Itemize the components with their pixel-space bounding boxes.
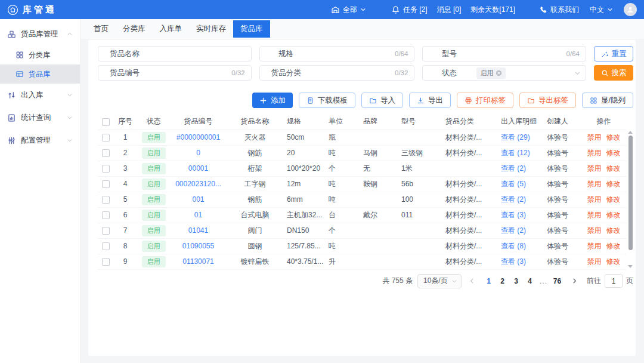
edit-link[interactable]: 修改 bbox=[606, 242, 621, 250]
reset-button[interactable]: 重置 bbox=[594, 46, 633, 61]
row-checkbox[interactable] bbox=[102, 258, 110, 266]
spec-input[interactable]: 规格 0/64 bbox=[259, 46, 415, 61]
edit-link[interactable]: 修改 bbox=[606, 149, 621, 157]
import-button[interactable]: 导入 bbox=[361, 93, 403, 108]
model-input[interactable]: 型号 0/64 bbox=[422, 46, 586, 61]
prev-page-button[interactable] bbox=[466, 278, 477, 284]
goods-code-link[interactable]: 0 bbox=[196, 149, 200, 157]
goods-category-input[interactable]: 货品分类 0/32 bbox=[259, 65, 415, 81]
scroll-up-arrow-icon[interactable] bbox=[628, 131, 633, 134]
goods-code-link[interactable]: #0000000001 bbox=[177, 133, 220, 141]
download-template-button[interactable]: 下载模板 bbox=[299, 93, 355, 108]
goods-code-link[interactable]: 01130071 bbox=[182, 257, 214, 266]
goods-code-link[interactable]: 00001 bbox=[188, 164, 208, 173]
add-button[interactable]: 添加 bbox=[252, 93, 293, 108]
close-circle-icon[interactable] bbox=[496, 70, 502, 76]
row-checkbox[interactable] bbox=[102, 149, 110, 157]
edit-link[interactable]: 修改 bbox=[606, 180, 621, 188]
view-detail-link[interactable]: 查看 (29) bbox=[501, 133, 530, 141]
sidebar-item-goods-library[interactable]: 货品库 bbox=[0, 64, 80, 84]
export-label-button[interactable]: 导出标签 bbox=[519, 93, 576, 108]
view-detail-link[interactable]: 查看 (3) bbox=[501, 211, 526, 219]
row-checkbox[interactable] bbox=[102, 227, 110, 235]
edit-link[interactable]: 修改 bbox=[606, 195, 621, 204]
edit-link[interactable]: 修改 bbox=[606, 133, 621, 141]
goods-code-link[interactable]: 001 bbox=[192, 195, 204, 204]
sidebar-item-in-out-warehouse[interactable]: 出入库 bbox=[0, 84, 80, 106]
select-all-checkbox[interactable] bbox=[102, 118, 110, 126]
messages-link[interactable]: 消息 [0] bbox=[437, 5, 462, 15]
tab-category-library[interactable]: 分类库 bbox=[116, 21, 153, 37]
disable-link[interactable]: 禁用 bbox=[587, 195, 602, 204]
contact-us-link[interactable]: 联系我们 bbox=[539, 5, 579, 15]
page-number[interactable]: 2 bbox=[496, 277, 509, 285]
view-detail-link[interactable]: 查看 (12) bbox=[501, 149, 530, 157]
bell-icon bbox=[391, 5, 400, 14]
tab-home[interactable]: 首页 bbox=[86, 21, 116, 37]
tab-goods-library[interactable]: 货品库 bbox=[233, 20, 270, 38]
field-label: 规格 bbox=[260, 49, 312, 59]
view-detail-link[interactable]: 查看 (8) bbox=[501, 242, 526, 250]
disable-link[interactable]: 禁用 bbox=[587, 242, 602, 250]
print-label-button[interactable]: 打印标签 bbox=[457, 93, 513, 108]
table-row: 2 启用 0 钢筋 20 吨 马钢 三级钢 材料分类/... 查看 (12) 体… bbox=[98, 145, 626, 161]
disable-link[interactable]: 禁用 bbox=[587, 257, 602, 266]
goods-code-link[interactable]: 01041 bbox=[188, 226, 208, 235]
tasks-link[interactable]: 任务 [2] bbox=[391, 5, 428, 15]
page-number[interactable]: 3 bbox=[509, 277, 523, 285]
view-detail-link[interactable]: 查看 (2) bbox=[501, 226, 526, 235]
row-checkbox[interactable] bbox=[102, 165, 110, 173]
sidebar-item-goods-management[interactable]: 货品库管理 bbox=[0, 23, 80, 45]
goto-page-input[interactable] bbox=[605, 274, 623, 288]
row-checkbox[interactable] bbox=[102, 196, 110, 204]
search-button[interactable]: 搜索 bbox=[594, 65, 633, 81]
view-detail-link[interactable]: 查看 (5) bbox=[501, 180, 526, 188]
col-category: 货品分类 bbox=[442, 114, 497, 130]
goods-code-link[interactable]: 0002023120... bbox=[175, 180, 221, 188]
status-select[interactable]: 状态 启用 bbox=[422, 65, 586, 81]
page-number[interactable]: ... bbox=[537, 277, 550, 285]
sidebar-item-category-library[interactable]: 分类库 bbox=[0, 45, 80, 64]
page-size-select[interactable]: 10条/页 bbox=[417, 274, 462, 288]
next-page-button[interactable] bbox=[569, 278, 580, 284]
edit-link[interactable]: 修改 bbox=[606, 226, 621, 235]
sidebar-item-statistics-query[interactable]: 统计查询 bbox=[0, 106, 80, 129]
show-hide-columns-button[interactable]: 显/隐列 bbox=[582, 93, 633, 108]
row-checkbox[interactable] bbox=[102, 211, 110, 219]
scrollbar-thumb[interactable] bbox=[628, 136, 633, 250]
scroll-down-arrow-icon[interactable] bbox=[628, 265, 633, 268]
disable-link[interactable]: 禁用 bbox=[587, 133, 602, 141]
goods-code-link[interactable]: 01 bbox=[194, 211, 202, 219]
goods-name-input[interactable]: 货品名称 bbox=[98, 46, 252, 61]
language-dropdown[interactable]: 中文 bbox=[590, 5, 613, 15]
row-checkbox[interactable] bbox=[102, 134, 110, 141]
tab-realtime-stock[interactable]: 实时库存 bbox=[189, 21, 233, 37]
goods-code-link[interactable]: 01090055 bbox=[182, 242, 214, 250]
edit-link[interactable]: 修改 bbox=[606, 211, 621, 219]
cell-model: 011 bbox=[398, 207, 442, 223]
goods-code-input[interactable]: 货品编号 0/32 bbox=[98, 65, 252, 81]
table-scrollbar[interactable] bbox=[627, 131, 633, 268]
disable-link[interactable]: 禁用 bbox=[587, 226, 602, 235]
row-checkbox[interactable] bbox=[102, 180, 110, 188]
user-avatar[interactable] bbox=[624, 3, 637, 16]
page-number[interactable]: 4 bbox=[523, 277, 537, 285]
edit-link[interactable]: 修改 bbox=[606, 164, 621, 173]
sidebar-item-config-management[interactable]: 配置管理 bbox=[0, 129, 80, 152]
tab-inbound-order[interactable]: 入库单 bbox=[153, 21, 190, 37]
page-number[interactable]: 76 bbox=[550, 277, 564, 285]
page-number[interactable]: 1 bbox=[482, 277, 496, 285]
view-detail-link[interactable]: 查看 (2) bbox=[501, 164, 526, 173]
view-detail-link[interactable]: 查看 (2) bbox=[501, 195, 526, 204]
warehouse-scope-dropdown[interactable]: 全部 bbox=[331, 5, 366, 15]
disable-link[interactable]: 禁用 bbox=[587, 211, 602, 219]
row-checkbox[interactable] bbox=[102, 242, 110, 250]
export-button[interactable]: 导出 bbox=[409, 93, 451, 108]
disable-link[interactable]: 禁用 bbox=[587, 164, 602, 173]
disable-link[interactable]: 禁用 bbox=[587, 180, 602, 188]
view-detail-link[interactable]: 查看 (3) bbox=[501, 257, 526, 266]
disable-link[interactable]: 禁用 bbox=[587, 149, 602, 157]
cell-spec: DN150 bbox=[283, 223, 325, 238]
cell-unit: 瓶 bbox=[325, 130, 360, 145]
edit-link[interactable]: 修改 bbox=[606, 257, 621, 266]
